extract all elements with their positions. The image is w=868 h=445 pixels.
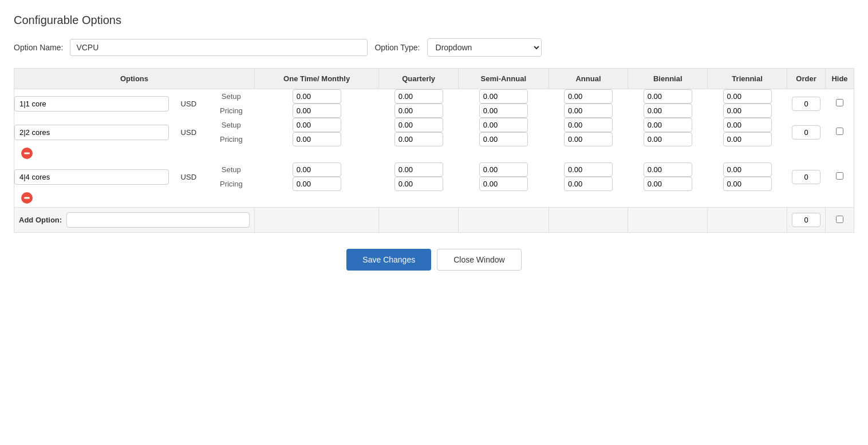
delete-cell-2 bbox=[14, 191, 826, 208]
pricing-annual-1[interactable] bbox=[564, 132, 613, 146]
setup-triennial-0[interactable] bbox=[723, 89, 772, 104]
option-hide-cell-1 bbox=[826, 118, 854, 146]
delete-icon-1 bbox=[21, 148, 33, 159]
col-order: Order bbox=[787, 69, 826, 89]
option-hide-cell-2 bbox=[826, 162, 854, 191]
option-name-label: Option Name: bbox=[14, 43, 63, 52]
pricing-biennial-1[interactable] bbox=[644, 132, 692, 146]
option-name-row: Option Name: Option Type: Dropdown Radio… bbox=[14, 38, 854, 57]
pricing-semiannual-2[interactable] bbox=[479, 177, 528, 191]
setup-triennial-2[interactable] bbox=[723, 162, 772, 177]
setup-quarterly-0[interactable] bbox=[394, 89, 443, 104]
setup-annual-1[interactable] bbox=[564, 118, 613, 132]
col-biennial: Biennial bbox=[628, 69, 708, 89]
pricing-triennial-2[interactable] bbox=[723, 177, 772, 191]
option-order-input-1[interactable] bbox=[792, 125, 820, 140]
option-name-input-0[interactable] bbox=[14, 96, 169, 112]
option-type-select[interactable]: Dropdown Radio Checkbox Text Textarea Pa… bbox=[427, 38, 542, 57]
add-option-order-input[interactable] bbox=[792, 213, 820, 227]
option-order-cell-2 bbox=[787, 162, 826, 191]
setup-semiannual-0[interactable] bbox=[479, 89, 528, 104]
col-options: Options bbox=[14, 69, 255, 89]
setup-biennial-1[interactable] bbox=[644, 118, 692, 132]
pricing-semiannual-1[interactable] bbox=[479, 132, 528, 146]
pricing-quarterly-2[interactable] bbox=[394, 177, 443, 191]
setup-semiannual-1[interactable] bbox=[479, 118, 528, 132]
table-row: USD Setup bbox=[14, 118, 854, 132]
setup-quarterly-1[interactable] bbox=[394, 118, 443, 132]
col-annual: Annual bbox=[549, 69, 628, 89]
option-order-input-0[interactable] bbox=[792, 97, 820, 111]
pricing-annual-0[interactable] bbox=[564, 104, 613, 118]
save-button[interactable]: Save Changes bbox=[346, 249, 431, 271]
pricing-onetimemonthly-0[interactable] bbox=[293, 104, 341, 118]
options-table: Options One Time/ Monthly Quarterly Semi… bbox=[14, 68, 854, 233]
setup-label-1: Setup bbox=[208, 118, 254, 132]
setup-onetimemonthly-1[interactable] bbox=[293, 118, 341, 132]
close-button[interactable]: Close Window bbox=[437, 249, 521, 271]
option-name-input-1[interactable] bbox=[14, 125, 169, 140]
setup-triennial-1[interactable] bbox=[723, 118, 772, 132]
add-option-hide-checkbox[interactable] bbox=[836, 216, 843, 223]
setup-biennial-2[interactable] bbox=[644, 162, 692, 177]
pricing-annual-2[interactable] bbox=[564, 177, 613, 191]
pricing-onetimemonthly-2[interactable] bbox=[293, 177, 341, 191]
option-currency-cell-2: USD bbox=[169, 162, 208, 191]
col-hide: Hide bbox=[826, 69, 854, 89]
setup-annual-2[interactable] bbox=[564, 162, 613, 177]
option-hide-checkbox-0[interactable] bbox=[836, 99, 843, 106]
setup-onetimemonthly-2[interactable] bbox=[293, 162, 341, 177]
delete-row bbox=[14, 146, 854, 162]
option-order-cell-0 bbox=[787, 89, 826, 118]
pricing-triennial-1[interactable] bbox=[723, 132, 772, 146]
table-row: USD Setup bbox=[14, 89, 854, 104]
add-option-label: Add Option: bbox=[19, 216, 62, 224]
pricing-triennial-0[interactable] bbox=[723, 104, 772, 118]
pricing-label-2: Pricing bbox=[208, 177, 254, 191]
option-type-label: Option Type: bbox=[374, 43, 420, 52]
footer-buttons: Save Changes Close Window bbox=[14, 249, 854, 271]
pricing-label-1: Pricing bbox=[208, 132, 254, 146]
pricing-semiannual-0[interactable] bbox=[479, 104, 528, 118]
delete-cell-1 bbox=[14, 146, 826, 162]
pricing-onetimemonthly-1[interactable] bbox=[293, 132, 341, 146]
delete-icon-2 bbox=[21, 192, 33, 204]
option-name-cell-0 bbox=[14, 89, 169, 118]
setup-semiannual-2[interactable] bbox=[479, 162, 528, 177]
col-quarterly: Quarterly bbox=[379, 69, 459, 89]
pricing-label-0: Pricing bbox=[208, 104, 254, 118]
setup-annual-0[interactable] bbox=[564, 89, 613, 104]
add-option-input[interactable] bbox=[66, 212, 250, 228]
page-title: Configurable Options bbox=[14, 14, 854, 27]
setup-onetimemonthly-0[interactable] bbox=[293, 89, 341, 104]
add-option-row: Add Option: bbox=[14, 208, 854, 233]
option-name-input-2[interactable] bbox=[14, 169, 169, 185]
option-name-input[interactable] bbox=[70, 39, 368, 56]
setup-quarterly-2[interactable] bbox=[394, 162, 443, 177]
option-name-cell-1 bbox=[14, 118, 169, 146]
option-name-cell-2 bbox=[14, 162, 169, 191]
option-currency-cell-1: USD bbox=[169, 118, 208, 146]
delete-button-2[interactable] bbox=[21, 192, 33, 204]
setup-label-0: Setup bbox=[208, 89, 254, 104]
col-triennial: Triennial bbox=[708, 69, 787, 89]
option-order-cell-1 bbox=[787, 118, 826, 146]
setup-biennial-0[interactable] bbox=[644, 89, 692, 104]
option-order-input-2[interactable] bbox=[792, 170, 820, 184]
add-option-label-cell: Add Option: bbox=[14, 208, 255, 233]
pricing-biennial-0[interactable] bbox=[644, 104, 692, 118]
pricing-quarterly-0[interactable] bbox=[394, 104, 443, 118]
delete-button-1[interactable] bbox=[21, 148, 33, 159]
delete-row bbox=[14, 191, 854, 208]
option-hide-cell-0 bbox=[826, 89, 854, 118]
option-currency-cell-0: USD bbox=[169, 89, 208, 118]
option-hide-checkbox-1[interactable] bbox=[836, 128, 843, 135]
setup-label-2: Setup bbox=[208, 162, 254, 177]
option-hide-checkbox-2[interactable] bbox=[836, 172, 843, 180]
table-row: USD Setup bbox=[14, 162, 854, 177]
pricing-quarterly-1[interactable] bbox=[394, 132, 443, 146]
col-semi-annual: Semi-Annual bbox=[459, 69, 549, 89]
col-one-time-monthly: One Time/ Monthly bbox=[255, 69, 379, 89]
pricing-biennial-2[interactable] bbox=[644, 177, 692, 191]
